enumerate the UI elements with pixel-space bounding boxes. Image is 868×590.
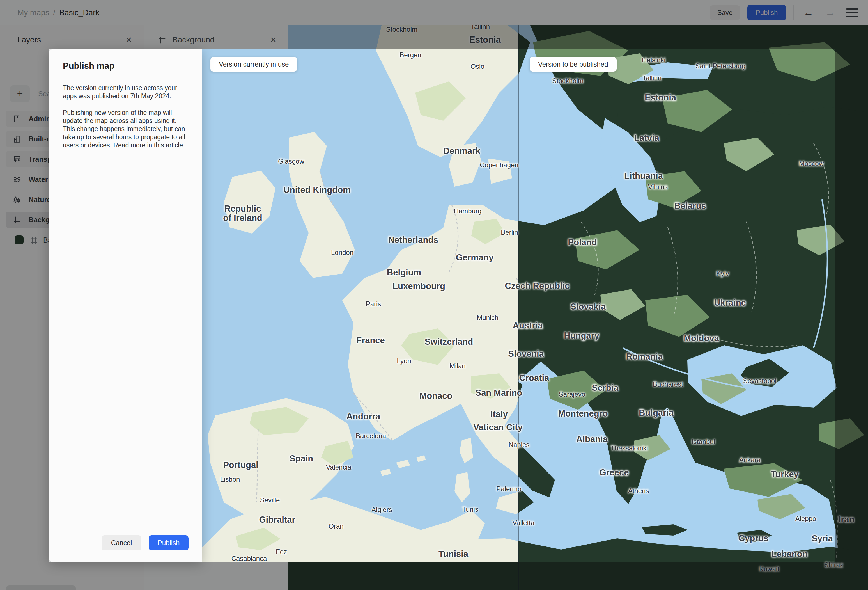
map-label-palermo: Palermo — [496, 485, 521, 492]
dialog-title: Publish map — [63, 61, 189, 71]
version-current-chip: Version currently in use — [210, 57, 297, 72]
map-label-czech-republic: Czech Republic — [505, 281, 570, 290]
map-label-paris: Paris — [366, 300, 381, 308]
map-label-london: London — [331, 249, 353, 256]
map-label-republic-of-ireland: Republic of Ireland — [223, 204, 262, 223]
map-label-france: France — [356, 336, 385, 345]
dialog-paragraph-1: The version currently in use across your… — [63, 84, 189, 100]
map-label-vilnius: Vilnius — [648, 183, 668, 191]
map-label-copenhagen: Copenhagen — [480, 161, 518, 169]
map-label-bucharest: Bucharest — [653, 381, 683, 388]
map-label-syria: Syria — [812, 534, 833, 543]
map-label-tunisia: Tunisia — [438, 549, 468, 559]
map-label-tunis: Tunis — [462, 506, 478, 513]
map-label-istanbul: Istanbul — [692, 438, 715, 445]
map-label-valencia: Valencia — [326, 464, 351, 471]
map-label-croatia: Croatia — [519, 373, 549, 383]
map-label-bulgaria: Bulgaria — [639, 408, 673, 417]
map-label-algiers: Algiers — [371, 506, 392, 513]
map-label-glasgow: Glasgow — [278, 158, 304, 165]
map-label-valletta: Valletta — [512, 519, 534, 526]
map-label-naples: Naples — [509, 441, 530, 448]
this-article-link[interactable]: this article — [154, 142, 183, 149]
publish-button-dialog[interactable]: Publish — [149, 535, 189, 550]
map-label-athens: Athens — [628, 487, 649, 495]
map-label-albania: Albania — [576, 435, 608, 444]
map-label-stockholm: Stockholm — [552, 77, 583, 84]
map-label-tallinn: Tallinn — [642, 74, 661, 82]
overlay-left — [0, 49, 49, 562]
map-label-serbia: Serbia — [592, 383, 619, 392]
overlay-top — [0, 0, 868, 49]
map-label-vatican-city: Vatican City — [473, 423, 523, 432]
map-labels: StockholmTallinnEstoniaBergenOsloHelsink… — [168, 25, 868, 590]
map-label-lisbon: Lisbon — [220, 476, 240, 483]
map-label-belarus: Belarus — [674, 201, 706, 210]
map-label-andorra: Andorra — [347, 412, 381, 421]
map-label-oran: Oran — [329, 523, 343, 530]
version-published-chip: Version to be published — [530, 57, 617, 72]
overlay-bottom — [0, 562, 868, 590]
map-label-thessaloniki: Thessaloniki — [610, 445, 648, 452]
map-label-casablanca: Casablanca — [232, 555, 267, 562]
map-label-denmark: Denmark — [443, 146, 481, 155]
map-label-hamburg: Hamburg — [454, 207, 482, 215]
publish-map-dialog: Publish map The version currently in use… — [49, 49, 202, 562]
overlay-right — [835, 49, 868, 562]
map-label-fez: Fez — [276, 548, 287, 556]
map-label-bergen: Bergen — [400, 51, 421, 59]
map-label-seville: Seville — [260, 497, 280, 504]
map-label-turkey: Turkey — [771, 470, 799, 479]
map-label-austria: Austria — [513, 321, 543, 330]
map-label-latvia: Latvia — [634, 133, 659, 143]
map-label-united-kingdom: United Kingdom — [283, 185, 350, 195]
map-label-netherlands: Netherlands — [388, 235, 438, 244]
map-label-ankara: Ankara — [739, 456, 760, 464]
map-label-monaco: Monaco — [419, 391, 452, 401]
map-label-helsinki: Helsinki — [642, 56, 666, 64]
cancel-button[interactable]: Cancel — [102, 535, 142, 550]
map-label-luxembourg: Luxembourg — [393, 281, 445, 291]
map-label-greece: Greece — [599, 468, 629, 477]
map-label-poland: Poland — [568, 238, 597, 247]
map-label-munich: Munich — [477, 314, 498, 321]
map-label-moldova: Moldova — [684, 334, 719, 343]
map-label-germany: Germany — [456, 253, 493, 262]
map-label-barcelona: Barcelona — [356, 432, 386, 439]
map-label-lebanon: Lebanon — [771, 549, 807, 559]
map-label-cyprus: Cyprus — [739, 534, 769, 543]
map-label-berlin: Berlin — [501, 229, 518, 236]
map-label-ukraine: Ukraine — [714, 298, 746, 308]
map-label-slovakia: Slovakia — [570, 302, 606, 311]
map-label-saint-petersburg: Saint Petersburg — [695, 62, 746, 69]
map-label-aleppo: Aleppo — [795, 515, 816, 522]
map-label-hungary: Hungary — [564, 331, 599, 340]
dialog-paragraph-2: Publishing new version of the map will u… — [63, 109, 189, 149]
map-label-spain: Spain — [289, 454, 313, 463]
map-label-belgium: Belgium — [387, 268, 421, 277]
map-label-san-marino: San Marino — [475, 388, 522, 398]
map-label-lithuania: Lithuania — [624, 171, 663, 180]
map-compare-view[interactable]: StockholmTallinnEstoniaBergenOsloHelsink… — [168, 25, 868, 590]
map-label-switzerland: Switzerland — [425, 337, 473, 346]
map-label-sarajevo: Sarajevo — [559, 391, 586, 398]
map-label-montenegro: Montenegro — [558, 409, 608, 418]
map-label-estonia: Estonia — [645, 93, 676, 102]
map-label-romania: Romania — [626, 352, 663, 361]
map-label-slovenia: Slovenia — [508, 349, 544, 358]
map-label-lyon: Lyon — [397, 357, 411, 365]
map-label-italy: Italy — [490, 410, 508, 419]
map-label-oslo: Oslo — [471, 63, 484, 70]
map-label-kyiv: Kyiv — [716, 270, 729, 277]
map-label-milan: Milan — [449, 362, 465, 370]
dialog-paragraph-2-period: . — [183, 142, 185, 149]
map-label-portugal: Portugal — [223, 460, 258, 470]
map-label-sevastopol: Sevastopol — [743, 377, 776, 384]
map-label-gibraltar: Gibraltar — [259, 515, 295, 524]
map-label-moscow: Moscow — [799, 160, 824, 167]
